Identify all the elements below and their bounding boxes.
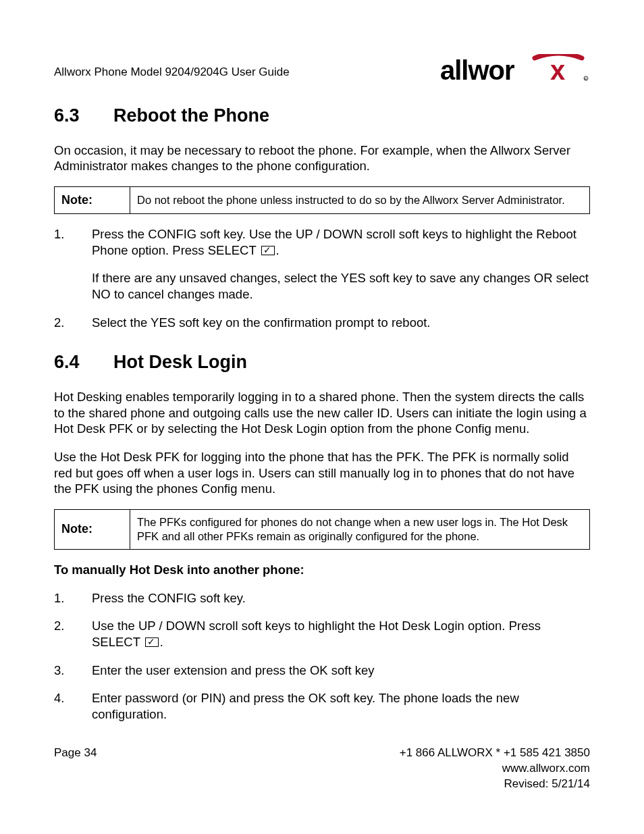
step-text: Use the UP / DOWN scroll soft keys to hi… xyxy=(92,619,541,649)
steps-6-3: Press the CONFIG soft key. Use the UP / … xyxy=(54,226,590,330)
note-label: Note: xyxy=(55,186,130,213)
steps-6-4-manual: Press the CONFIG soft key. Use the UP / … xyxy=(54,590,590,723)
note-box-6-4: Note: The PFKs configured for phones do … xyxy=(54,509,590,550)
step-1: Press the CONFIG soft key. Use the UP / … xyxy=(54,226,590,303)
note-text: The PFKs configured for phones do not ch… xyxy=(130,509,590,549)
manual-heading: To manually Hot Desk into another phone: xyxy=(54,562,590,578)
section-number: 6.3 xyxy=(54,104,113,128)
footer-page: Page 34 xyxy=(54,746,97,792)
svg-text:allwor: allwor xyxy=(440,55,514,84)
footer-phone: +1 866 ALLWORX * +1 585 421 3850 xyxy=(400,746,590,761)
header-title: Allworx Phone Model 9204/9204G User Guid… xyxy=(54,65,290,84)
mstep-3: Enter the user extension and press the O… xyxy=(54,662,590,679)
step-1-sub: If there are any unsaved changes, select… xyxy=(92,270,590,302)
mstep-2: Use the UP / DOWN scroll soft keys to hi… xyxy=(54,618,590,650)
footer-url: www.allworx.com xyxy=(400,761,590,777)
section-6-4-p1: Hot Desking enables temporarily logging … xyxy=(54,389,590,437)
note-box-6-3: Note: Do not reboot the phone unless ins… xyxy=(54,186,590,214)
allworx-logo: allwor x R xyxy=(440,54,590,84)
step-text-end: . xyxy=(160,635,163,649)
select-checkbox-icon xyxy=(261,246,275,255)
section-title: Hot Desk Login xyxy=(113,352,247,372)
page-footer: Page 34 +1 866 ALLWORX * +1 585 421 3850… xyxy=(54,746,590,792)
section-number: 6.4 xyxy=(54,350,113,374)
page-header: Allworx Phone Model 9204/9204G User Guid… xyxy=(54,54,590,84)
footer-revised: Revised: 5/21/14 xyxy=(400,777,590,792)
section-6-3-intro: On occasion, it may be necessary to rebo… xyxy=(54,142,590,174)
section-6-3-heading: 6.3Reboot the Phone xyxy=(54,104,590,128)
section-title: Reboot the Phone xyxy=(113,105,269,126)
section-6-4-heading: 6.4Hot Desk Login xyxy=(54,350,590,374)
step-text-end: . xyxy=(276,243,279,257)
note-text: Do not reboot the phone unless instructe… xyxy=(130,186,590,213)
svg-text:x: x xyxy=(550,55,565,84)
mstep-1: Press the CONFIG soft key. xyxy=(54,590,590,606)
step-2: Select the YES soft key on the confirmat… xyxy=(54,315,590,331)
select-checkbox-icon xyxy=(145,637,159,647)
mstep-4: Enter password (or PIN) and press the OK… xyxy=(54,690,590,722)
step-text: Press the CONFIG soft key. Use the UP / … xyxy=(92,227,576,257)
note-label: Note: xyxy=(55,509,130,549)
section-6-4-p2: Use the Hot Desk PFK for logging into th… xyxy=(54,449,590,497)
